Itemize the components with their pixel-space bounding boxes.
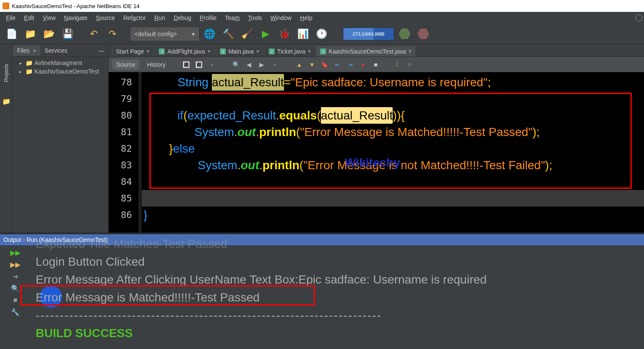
java-file-icon: J: [320, 48, 326, 54]
tab-addflight[interactable]: J AddFlight.java ×: [155, 46, 214, 57]
record-icon[interactable]: ●: [358, 60, 368, 69]
line-gutter: 78 79 80 81 82 83 84 85 86: [109, 72, 139, 233]
close-icon[interactable]: ×: [308, 48, 311, 54]
bookmark-icon[interactable]: 🔖: [320, 60, 329, 69]
find-icon[interactable]: 🔍: [232, 60, 241, 69]
title-text: KaashivSauceDemoTest - Apache NetBeans I…: [12, 3, 140, 9]
java-file-icon: J: [269, 48, 275, 54]
bookmark-up-icon[interactable]: ▲: [295, 60, 304, 69]
editor-toolbar: Source History 🔳 🔳 ▫ 🔍 ◀ ▶ ▫ ▲ ▼ 🔖 ⇤ ⇥ ●…: [109, 57, 644, 72]
editor-area: Start Page × J AddFlight.java × J Main.j…: [109, 44, 644, 233]
output-line: Error Message After Clicking UserName Te…: [36, 271, 642, 289]
clock-button[interactable]: 🕐: [313, 26, 329, 42]
main-toolbar: 📄 📁 📂 💾 ↶ ↷ <default config> ▾ 🌐 🔨 🧹 ▶ 🐞…: [0, 24, 644, 44]
config-select[interactable]: <default config> ▾: [131, 28, 199, 40]
title-bar: KaashivSauceDemoTest - Apache NetBeans I…: [0, 0, 644, 12]
menu-run[interactable]: Run: [150, 14, 169, 22]
output-line: Login Button Clicked: [36, 253, 642, 271]
history-button[interactable]: History: [143, 60, 170, 70]
bookmark-down-icon[interactable]: ▼: [307, 60, 317, 69]
menu-profile[interactable]: Profile: [195, 14, 221, 22]
menu-source[interactable]: Source: [92, 14, 119, 22]
projects-side-tab[interactable]: Projects: [3, 61, 10, 85]
uncomment-icon[interactable]: ≡: [405, 60, 414, 69]
menu-window[interactable]: Window: [266, 14, 296, 22]
output-controls: ▶▶ ▶▶ ➔ 🔍 ■ 🔧: [0, 245, 31, 349]
tree-node-airline[interactable]: ▸ 📁 AirlineManagment: [14, 59, 107, 67]
chevron-right-icon: ▸: [20, 61, 24, 65]
output-line: Expected Title Matches-Test Passed: [36, 235, 642, 253]
shift-right-icon[interactable]: ⇥: [346, 60, 355, 69]
services-tab[interactable]: Services: [40, 45, 72, 56]
files-tab[interactable]: Files ×: [13, 45, 40, 56]
project-tree: ▸ 📁 AirlineManagment ▸ 📁 KaashivSauceDem…: [13, 57, 108, 233]
save-all-button[interactable]: 💾: [59, 26, 76, 42]
new-project-button[interactable]: 📁: [22, 26, 38, 42]
menu-team[interactable]: Team: [221, 14, 244, 22]
app-icon: [3, 3, 9, 9]
next-icon[interactable]: ▶: [257, 60, 267, 69]
shift-left-icon[interactable]: ⇤: [333, 60, 342, 69]
nav-icon[interactable]: 🔳: [182, 60, 191, 69]
stop-output-button[interactable]: ■: [11, 295, 20, 305]
close-icon[interactable]: ×: [33, 48, 36, 54]
java-file-icon: J: [159, 48, 165, 54]
close-icon[interactable]: ×: [408, 48, 411, 54]
menu-view[interactable]: View: [39, 14, 60, 22]
rerun-arrow-button[interactable]: ➔: [11, 272, 20, 281]
menu-refactor[interactable]: Refactor: [119, 14, 150, 22]
tree-node-kaashiv[interactable]: ▸ 📁 KaashivSauceDemoTest: [14, 67, 107, 76]
tab-start-page[interactable]: Start Page ×: [112, 46, 153, 57]
clean-build-button[interactable]: 🧹: [239, 26, 255, 42]
rerun-alt-button[interactable]: ▶▶: [11, 260, 20, 269]
tab-main[interactable]: J Main.java ×: [216, 46, 263, 57]
menu-navigate[interactable]: Navigate: [60, 14, 92, 22]
output-line: ----------------------------------------…: [36, 306, 642, 324]
menu-tools[interactable]: Tools: [244, 14, 266, 22]
watermark: Wikitechy: [345, 154, 400, 171]
folder-icon[interactable]: 📁: [2, 97, 11, 105]
misc-icon[interactable]: ▫: [270, 60, 279, 69]
open-project-button[interactable]: 📂: [41, 26, 57, 42]
close-icon[interactable]: ×: [146, 48, 149, 54]
settings-output-button[interactable]: 🔧: [11, 307, 20, 317]
tab-ticket[interactable]: J Ticket.java ×: [265, 46, 315, 57]
minimize-panel-button[interactable]: —: [94, 45, 108, 56]
inspect-button[interactable]: 🔍: [11, 284, 20, 293]
stop-container-button[interactable]: [415, 26, 431, 42]
profile-button[interactable]: 📊: [295, 26, 311, 42]
code-text[interactable]: String actual_Result = "Epic sadface: Us…: [142, 72, 644, 233]
stop-icon[interactable]: ■: [371, 60, 380, 69]
run-button[interactable]: ▶: [257, 26, 273, 42]
pause-container-button[interactable]: [397, 26, 413, 42]
browser-button[interactable]: 🌐: [201, 26, 217, 42]
comment-icon[interactable]: //: [392, 60, 402, 69]
tab-kaashivsaucedemotest[interactable]: J KaashivSauceDemoTest.java ×: [316, 46, 415, 57]
debug-button[interactable]: 🐞: [276, 26, 292, 42]
code-editor[interactable]: 78 79 80 81 82 83 84 85 86 String actual…: [109, 72, 644, 233]
close-icon[interactable]: ×: [256, 48, 259, 54]
new-file-button[interactable]: 📄: [3, 26, 20, 42]
editor-tabs: Start Page × J AddFlight.java × J Main.j…: [109, 44, 644, 57]
redo-button[interactable]: ↷: [104, 26, 121, 42]
menu-debug[interactable]: Debug: [169, 14, 195, 22]
menu-file[interactable]: File: [2, 14, 20, 22]
output-text[interactable]: Expected Title Matches-Test Passed Login…: [31, 245, 644, 349]
rerun-button[interactable]: ▶▶: [11, 248, 20, 257]
menu-help[interactable]: Help: [296, 14, 317, 22]
memory-indicator[interactable]: 272.1/694.0MB: [343, 28, 394, 40]
prev-icon[interactable]: ◀: [245, 60, 254, 69]
build-button[interactable]: 🔨: [220, 26, 236, 42]
undo-button[interactable]: ↶: [86, 26, 102, 42]
java-file-icon: J: [220, 48, 226, 54]
source-button[interactable]: Source: [112, 60, 139, 70]
nav-icon[interactable]: 🔳: [194, 60, 204, 69]
search-icon[interactable]: [636, 14, 642, 21]
chevron-down-icon: ▾: [192, 31, 195, 37]
menu-edit[interactable]: Edit: [20, 14, 39, 22]
folder-icon: 📁: [25, 60, 33, 66]
close-icon[interactable]: ×: [208, 48, 211, 54]
nav-icon[interactable]: ▫: [207, 60, 217, 69]
folder-icon: 📁: [25, 68, 33, 75]
output-line: Error Message is Matched!!!!!-Test Passe…: [36, 289, 642, 306]
